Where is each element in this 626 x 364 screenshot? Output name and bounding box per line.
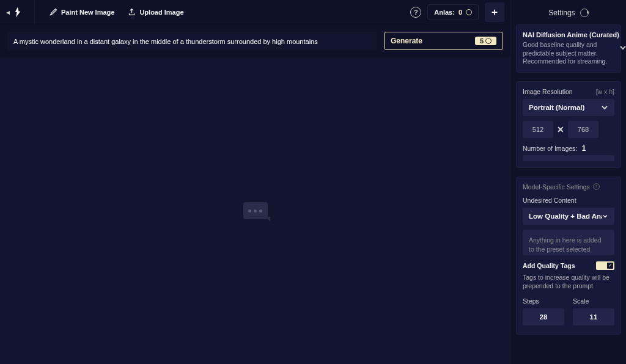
model-specific-label: Model-Specific Settings — [523, 183, 590, 191]
undesired-textarea[interactable]: Anything in here is added to the preset … — [523, 230, 614, 255]
generate-label: Generate — [391, 37, 422, 45]
brush-icon — [50, 8, 57, 16]
steps-label: Steps — [523, 297, 564, 305]
height-input[interactable] — [568, 121, 598, 138]
generate-button[interactable]: Generate 5 — [384, 32, 503, 50]
paint-label: Paint New Image — [61, 9, 114, 16]
chevron-down-icon — [602, 213, 608, 220]
num-images-value: 1 — [582, 144, 586, 153]
chevron-down-icon — [601, 104, 608, 111]
upload-label: Upload Image — [139, 9, 183, 16]
check-icon: ✓ — [607, 263, 613, 269]
coin-icon — [466, 9, 472, 15]
generate-cost: 5 — [475, 37, 496, 45]
anlas-balance[interactable]: Anlas: 0 — [427, 4, 479, 20]
chevron-down-icon[interactable] — [619, 44, 626, 53]
canvas-area — [0, 57, 510, 364]
back-button[interactable]: ◂ — [6, 8, 10, 16]
settings-title: Settings — [548, 9, 575, 17]
anlas-label: Anlas: — [434, 9, 455, 16]
reset-icon[interactable] — [580, 9, 589, 17]
info-icon[interactable]: ? — [593, 183, 600, 190]
upload-image-button[interactable]: Upload Image — [124, 5, 187, 18]
coin-icon — [485, 38, 492, 44]
settings-sidebar: Settings NAI Diffusion Anime (Curated) G… — [510, 0, 626, 364]
width-input[interactable] — [523, 121, 553, 138]
model-panel[interactable]: NAI Diffusion Anime (Curated) Good basel… — [516, 24, 621, 73]
model-title: NAI Diffusion Anime (Curated) — [523, 31, 619, 38]
quality-tags-label: Add Quality Tags — [523, 262, 575, 269]
prompt-row: Generate 5 — [0, 24, 510, 57]
resolution-hint: [w x h] — [596, 88, 614, 95]
prompt-input[interactable] — [7, 32, 377, 50]
help-icon[interactable]: ? — [410, 7, 421, 18]
undesired-label: Undesired Content — [523, 197, 576, 204]
undesired-select[interactable]: Low Quality + Bad Anatomy — [523, 208, 614, 225]
app-logo-icon — [12, 6, 23, 18]
anlas-value: 0 — [458, 9, 462, 16]
num-images-slider[interactable] — [523, 155, 614, 161]
num-images-label: Number of Images: — [523, 145, 577, 152]
resolution-panel: Image Resolution [w x h] Portrait (Norma… — [516, 81, 621, 168]
upload-icon — [128, 8, 136, 16]
model-desc: Good baseline quality and predictable su… — [523, 41, 619, 66]
loading-indicator — [243, 202, 268, 219]
model-specific-panel: Model-Specific Settings ? Undesired Cont… — [516, 177, 621, 335]
scale-label: Scale — [573, 297, 614, 305]
steps-value[interactable]: 28 — [523, 308, 564, 326]
add-button[interactable] — [485, 2, 504, 22]
plus-icon — [490, 8, 499, 16]
quality-tags-desc: Tags to increase quality will be prepend… — [523, 273, 614, 290]
resolution-select[interactable]: Portrait (Normal) — [523, 99, 614, 116]
times-icon: ✕ — [557, 125, 564, 134]
topbar: ◂ Paint New Image Upload Image ? — [0, 0, 510, 24]
scale-value[interactable]: 11 — [573, 308, 614, 326]
paint-new-image-button[interactable]: Paint New Image — [46, 5, 118, 18]
resolution-label: Image Resolution — [523, 88, 573, 95]
quality-tags-toggle[interactable]: ✓ — [596, 261, 614, 270]
